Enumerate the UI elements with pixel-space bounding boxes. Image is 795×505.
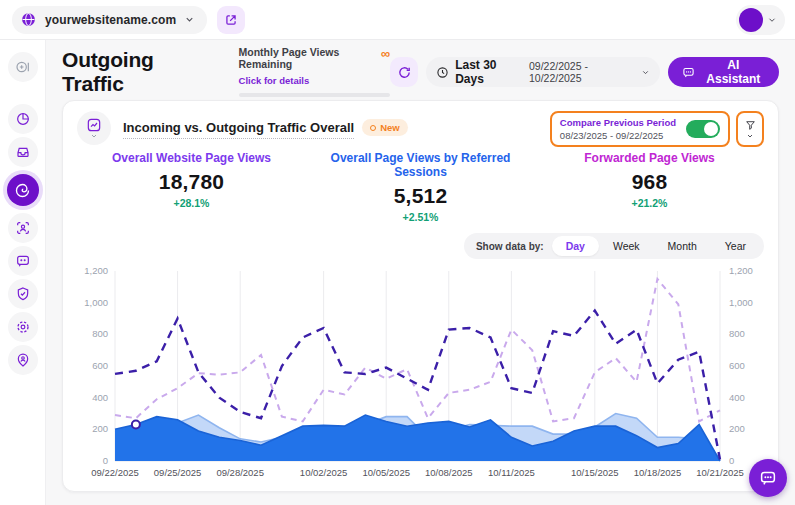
svg-text:10/05/2025: 10/05/2025 [362,467,410,478]
svg-text:1,000: 1,000 [729,297,753,308]
settings-icon [15,319,31,335]
sidebar-collapse-button[interactable] [8,52,38,82]
stat-value: 5,512 [306,184,535,208]
sidebar [0,40,46,505]
new-badge-label: New [380,122,400,133]
tab-week[interactable]: Week [599,236,654,256]
quota-widget: Monthly Page Views Remaining ∞ Click for… [239,47,391,97]
sidebar-item-locations[interactable] [8,345,38,375]
topbar: yourwebsitename.com [0,0,795,40]
website-selector[interactable]: yourwebsitename.com [12,6,207,34]
svg-text:600: 600 [729,360,745,371]
chat-icon [15,253,31,269]
chevron-down-icon [90,132,98,140]
stat-delta: +28.1% [77,197,306,209]
quota-progress-bar [239,93,391,97]
svg-text:09/28/2025: 09/28/2025 [216,467,264,478]
svg-text:10/02/2025: 10/02/2025 [300,467,348,478]
compare-toggle[interactable] [686,120,720,138]
sidebar-item-messages[interactable] [8,246,38,276]
traffic-chart: 002002004004006006008008001,0001,0001,20… [77,261,766,485]
sidebar-item-inbox[interactable] [8,137,38,167]
stat-value: 968 [535,170,764,194]
date-range-selector[interactable]: Last 30 Days 09/22/2025 - 10/22/2025 [426,57,660,87]
content-area: Outgoing Traffic Monthly Page Views Rema… [46,40,795,505]
svg-text:10/18/2025: 10/18/2025 [634,467,682,478]
refresh-button[interactable] [390,57,418,87]
svg-text:600: 600 [92,360,108,371]
svg-text:1,200: 1,200 [729,265,753,276]
card-collapse-button[interactable] [77,111,111,145]
stat-overall-page-views: Overall Website Page Views 18,780 +28.1% [77,151,306,223]
svg-text:10/21/2025: 10/21/2025 [696,467,744,478]
svg-text:1,200: 1,200 [84,265,108,276]
ai-assistant-button[interactable]: AI Assistant [668,57,779,87]
pie-chart-icon [15,111,31,127]
support-chat-button[interactable] [749,459,787,497]
svg-text:09/22/2025: 09/22/2025 [91,467,139,478]
quota-label: Monthly Page Views Remaining [239,47,381,70]
sidebar-item-outgoing-traffic[interactable] [7,174,39,206]
svg-text:400: 400 [729,392,745,403]
card-title: Incoming vs. Outgoing Traffic Overall [123,120,354,139]
compare-dates: 08/23/2025 - 09/22/2025 [560,130,676,141]
tab-month[interactable]: Month [654,236,711,256]
stat-delta: +21.2% [535,197,764,209]
stat-label: Overall Website Page Views [77,151,306,165]
svg-text:10/08/2025: 10/08/2025 [425,467,473,478]
user-menu[interactable] [736,5,785,35]
chevron-down-icon [746,132,754,140]
sidebar-item-security[interactable] [8,279,38,309]
chat-icon [682,66,695,79]
website-name: yourwebsitename.com [45,13,176,27]
svg-text:10/11/2025: 10/11/2025 [488,467,535,478]
page-header: Outgoing Traffic Monthly Page Views Rema… [62,52,779,92]
traffic-card: Incoming vs. Outgoing Traffic Overall Ne… [62,100,779,492]
svg-text:400: 400 [92,392,108,403]
filter-button[interactable] [736,111,764,147]
sidebar-item-dashboard[interactable] [8,104,38,134]
app-window: yourwebsitename.com [0,0,795,505]
show-data-by-label: Show data by: [468,241,552,252]
compare-label: Compare Previous Period [560,117,676,128]
badge-dot-icon [370,125,376,131]
ai-assistant-label: AI Assistant [702,58,765,86]
tab-day[interactable]: Day [552,236,599,256]
svg-text:200: 200 [92,423,108,434]
infinity-icon: ∞ [381,47,390,60]
svg-text:10/15/2025: 10/15/2025 [571,467,619,478]
svg-text:09/25/2025: 09/25/2025 [154,467,202,478]
user-focus-icon [15,220,31,236]
range-label: Last 30 Days [455,58,523,86]
inbox-icon [15,144,31,160]
sidebar-item-settings[interactable] [8,312,38,342]
external-link-icon [224,13,238,27]
svg-text:0: 0 [729,455,734,466]
stats-row: Overall Website Page Views 18,780 +28.1%… [77,151,764,223]
tab-year[interactable]: Year [711,236,760,256]
sidebar-item-audience[interactable] [8,213,38,243]
shield-check-icon [15,286,31,302]
quota-details-link[interactable]: Click for details [239,75,310,86]
page-title: Outgoing Traffic [62,48,213,96]
traffic-chart-container: 002002004004006006008008001,0001,0001,20… [77,261,764,485]
svg-text:0: 0 [103,455,108,466]
sidebar-collapse-icon [15,59,31,75]
chevron-down-icon [767,15,777,25]
stat-referred-sessions: Overall Page Views by Referred Sessions … [306,151,535,223]
stat-forwarded-page-views: Forwarded Page Views 968 +21.2% [535,151,764,223]
stat-delta: +2.51% [306,211,535,223]
new-badge: New [362,119,408,136]
compare-previous-period-box: Compare Previous Period 08/23/2025 - 09/… [550,111,730,147]
trend-chart-icon [86,117,102,133]
stat-label: Forwarded Page Views [535,151,764,165]
show-data-by-control: Show data by: Day Week Month Year [464,233,764,259]
chat-icon [759,469,777,487]
filter-icon [744,119,757,132]
open-website-button[interactable] [217,6,245,34]
clock-icon [436,66,449,79]
outgoing-traffic-icon [14,182,31,199]
range-dates: 09/22/2025 - 10/22/2025 [529,60,635,84]
stat-label: Overall Page Views by Referred Sessions [306,151,535,179]
stat-value: 18,780 [77,170,306,194]
